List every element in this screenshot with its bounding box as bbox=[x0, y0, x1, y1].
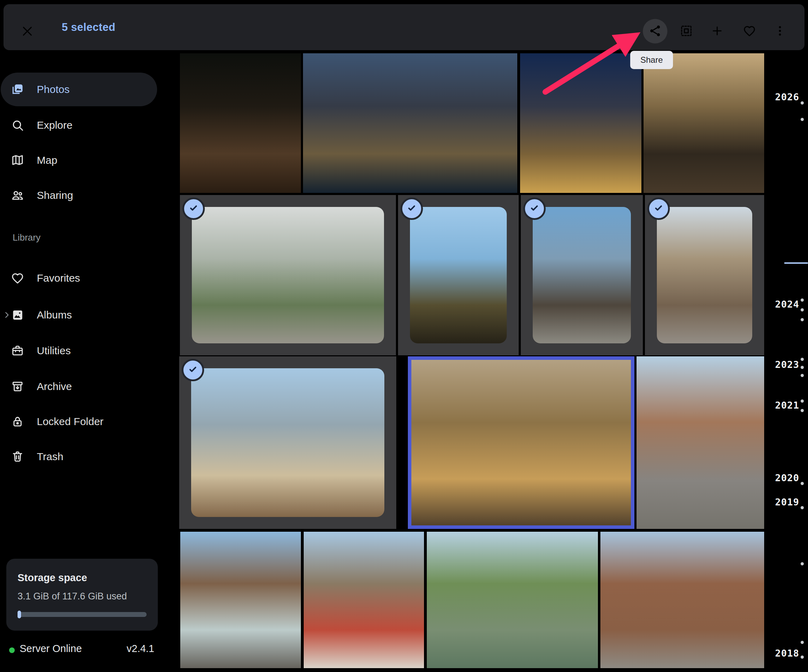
timeline-density-dot bbox=[801, 562, 804, 565]
share-tooltip: Share bbox=[630, 51, 673, 69]
check-icon bbox=[653, 202, 664, 216]
timeline-hover-indicator bbox=[784, 262, 808, 264]
selected-checkmark[interactable] bbox=[182, 359, 204, 381]
timeline-year-2018[interactable]: 2018 bbox=[775, 648, 799, 659]
photos-app: 5 selected Share PhotosExploreMapSharing… bbox=[0, 0, 808, 672]
timeline-year-2026[interactable]: 2026 bbox=[775, 92, 799, 102]
photo-thumbnail-church-with-twin-green-spires-above-cafe-terrace[interactable] bbox=[192, 207, 384, 343]
timeline-density-dot bbox=[801, 655, 804, 659]
photo-thumbnail-gothic-fountain-spire-behind-iron-fence[interactable] bbox=[410, 207, 507, 343]
check-icon bbox=[529, 202, 541, 216]
photo-thumbnail-sandstone-building-corner-with-statue[interactable] bbox=[600, 532, 764, 668]
timeline-year-2021[interactable]: 2021 bbox=[775, 400, 799, 411]
photo-thumbnail-cobbled-street-with-red-roofed-houses-and-cars[interactable] bbox=[636, 356, 764, 529]
photo-thumbnail-knife-shop-interior-with-lit-display-cabinets[interactable] bbox=[408, 356, 634, 529]
timeline-year-2020[interactable]: 2020 bbox=[775, 472, 799, 483]
check-icon bbox=[406, 202, 418, 216]
timeline-density-dot bbox=[801, 308, 804, 311]
timeline-density-dot bbox=[801, 506, 804, 509]
photo-thumbnail-green-river-lined-with-trees[interactable] bbox=[427, 532, 598, 668]
timeline-density-dot bbox=[801, 358, 804, 361]
timeline-year-2023[interactable]: 2023 bbox=[775, 359, 799, 370]
timeline-density-dot bbox=[801, 409, 804, 412]
selected-checkmark[interactable] bbox=[523, 197, 546, 220]
photo-thumbnail-old-town-street-with-pedestrians[interactable] bbox=[657, 207, 752, 343]
timeline-density-dot bbox=[801, 298, 804, 302]
timeline-density-dot bbox=[801, 641, 804, 644]
timeline-density-dot bbox=[801, 374, 804, 377]
timeline-year-2019[interactable]: 2019 bbox=[775, 496, 799, 508]
timeline-density-dot bbox=[801, 366, 804, 369]
photo-thumbnail-red-white-striped-market-stall-before-fountain-spire[interactable] bbox=[304, 532, 424, 668]
timeline-density-dot bbox=[801, 482, 804, 485]
photo-thumbnail-city-map-information-board-on-cobbled-square[interactable] bbox=[180, 532, 301, 668]
timeline-density-dot bbox=[801, 318, 804, 321]
photo-thumbnail-church-on-market-square[interactable] bbox=[533, 207, 631, 343]
photo-grid bbox=[0, 0, 808, 672]
photo-thumbnail-evening-balcony-table-with-tulips-and-beer-glass[interactable] bbox=[180, 53, 301, 193]
timeline-density-dot bbox=[801, 400, 804, 403]
check-icon bbox=[188, 202, 200, 216]
photo-thumbnail-outdoor-cafe-terrace-with-umbrellas-and-wicker-chairs[interactable] bbox=[191, 368, 384, 517]
timeline-year-2024[interactable]: 2024 bbox=[775, 299, 799, 310]
selected-checkmark[interactable] bbox=[182, 197, 205, 220]
timeline-density-dot bbox=[801, 101, 804, 105]
photo-thumbnail-river-at-dusk-with-old-town-houses[interactable] bbox=[303, 53, 517, 193]
photo-thumbnail-night-square-with-illuminated-alex-building[interactable] bbox=[520, 53, 641, 193]
timeline-density-dot bbox=[801, 118, 804, 121]
photo-thumbnail-dark-wood-restaurant-interior-bratwurst-roslein[interactable] bbox=[644, 53, 764, 193]
check-icon bbox=[187, 363, 199, 377]
selected-checkmark[interactable] bbox=[648, 197, 670, 220]
selected-checkmark[interactable] bbox=[401, 197, 423, 220]
